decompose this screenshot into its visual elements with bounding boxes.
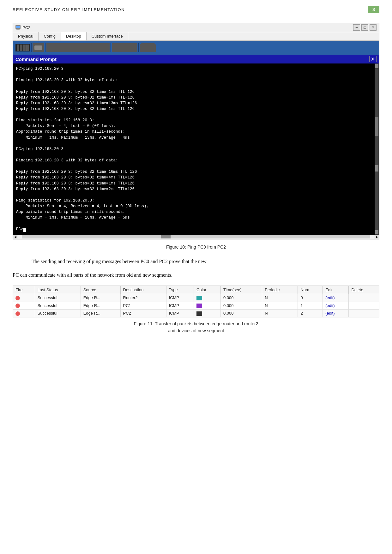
cmd-close-button[interactable]: X [369,56,377,62]
cmd-line: Approximate round trip times in milli-se… [16,129,376,135]
cell-num: 1 [298,302,323,310]
col-fire: Fire [13,286,35,294]
cell-periodic: N [262,310,298,317]
cmd-line: Reply from 192.168.20.3: bytes=32 time=1… [16,169,376,175]
cmd-line: Reply from 192.168.20.3: bytes=32 time=1… [16,95,376,100]
scroll-thumb [161,235,171,238]
body-paragraph-1: The sending and receiving of ping messag… [13,257,379,266]
cmd-line [16,83,376,89]
col-time: Time(sec) [221,286,262,294]
cmd-line: Reply from 192.168.20.3: bytes=32 time=1… [16,89,376,95]
figure11-caption-line2: and devices of new segment [13,328,379,333]
cell-last-status: Successful [35,294,81,302]
cmd-line: Packets: Sent = 4, Received = 4, Lost = … [16,203,376,209]
color-swatch [196,304,202,308]
cmd-line: Reply from 192.168.20.3: bytes=32 time=2… [16,186,376,192]
cmd-output: PC>ping 192.168.20.3 Pinging 192.168.20.… [16,66,376,232]
simulation-table: Fire Last Status Source Destination Type… [13,286,379,317]
cmd-line: PC>ping 192.168.20.3 [16,66,376,72]
cmd-line [16,152,376,158]
cell-delete [349,294,379,302]
tab-desktop[interactable]: Desktop [61,32,87,40]
cmd-line [16,141,376,146]
cmd-prompt-input: PC> [16,226,376,232]
figure10-caption: Figure 10: Ping PC0 from PC2 [13,244,379,250]
cell-periodic: N [262,294,298,302]
col-type: Type [166,286,194,294]
cell-destination: Router2 [120,294,166,302]
cell-last-status: Successful [35,310,81,317]
content-area: PC2 – □ × Physical Config Desktop Custom… [0,16,392,350]
table-row: Successful Edge R... PC2 ICMP 0.000 N 2 … [13,310,379,317]
figure11-caption-line1: Figure 11: Transfer of packets between e… [13,321,379,326]
cell-num: 2 [298,310,323,317]
cell-edit[interactable]: (edit) [323,302,349,310]
cell-color [194,294,221,302]
color-swatch [196,296,202,300]
cell-type: ICMP [166,310,194,317]
cmd-line: Reply from 192.168.20.3: bytes=32 time=1… [16,106,376,112]
cell-fire [13,294,35,302]
pc2-tabs: Physical Config Desktop Custom Interface [13,32,379,41]
window-controls: – □ × [353,24,377,31]
cell-color [194,302,221,310]
col-periodic: Periodic [262,286,298,294]
cell-num: 0 [298,294,323,302]
status-dot [15,296,20,300]
table-row: Successful Edge R... Router2 ICMP 0.000 … [13,294,379,302]
page-header: REFLECTIVE STUDY ON ERP IMPLEMENTATION 8 [0,0,392,16]
cell-source: Edge R... [81,302,120,310]
restore-button[interactable]: □ [361,24,368,31]
cmd-line: Approximate round trip times in milli-se… [16,209,376,215]
color-swatch [196,311,202,316]
cmd-line [16,72,376,77]
cell-delete [349,302,379,310]
cmd-prompt-title: Command Prompt [15,57,57,62]
cmd-line: Reply from 192.168.20.3: bytes=32 time=1… [16,181,376,186]
cmd-line [16,220,376,226]
col-color: Color [194,286,221,294]
cmd-line: Ping statistics for 192.168.20.3: [16,117,376,123]
col-num: Num [298,286,323,294]
pc2-toolbar [13,41,379,55]
pc2-bottom-scrollbar[interactable]: ◀ ▶ [13,235,379,239]
cmd-line: PC>ping 192.168.20.3 [16,146,376,152]
scroll-right-arrow[interactable]: ▶ [375,235,379,239]
cmd-line: Minimum = 1ms, Maximum = 16ms, Average =… [16,215,376,220]
body-paragraph-2: PC can communicate with all parts of the… [13,271,379,279]
cell-edit[interactable]: (edit) [323,294,349,302]
tab-config[interactable]: Config [39,32,61,40]
cell-type: ICMP [166,302,194,310]
tab-physical[interactable]: Physical [13,32,39,40]
cmd-line: Pinging 192.168.20.3 with 32 bytes of da… [16,77,376,83]
cmd-line: Packets: Sent = 4, Lost = 0 (0% loss), [16,123,376,129]
svg-rect-1 [16,26,20,28]
cmd-line: Pinging 192.168.20.3 with 32 bytes of da… [16,158,376,163]
table-header-row: Fire Last Status Source Destination Type… [13,286,379,294]
cmd-line [16,163,376,169]
scroll-left-arrow[interactable]: ◀ [13,235,17,239]
cell-color [194,310,221,317]
page-title: REFLECTIVE STUDY ON ERP IMPLEMENTATION [13,7,125,12]
cell-destination: PC1 [120,302,166,310]
pc2-window-title: PC2 [22,25,30,30]
cmd-line: Reply from 192.168.20.3: bytes=32 time=4… [16,175,376,180]
col-delete: Delete [349,286,379,294]
tab-custom-interface[interactable]: Custom Interface [87,32,128,40]
cell-edit[interactable]: (edit) [323,310,349,317]
page-number: 8 [368,6,379,13]
cell-time: 0.000 [221,302,262,310]
cmd-line: Minimum = 1ms, Maximum = 13ms, Average =… [16,135,376,141]
minimize-button[interactable]: – [353,24,360,31]
cmd-scrollbar[interactable] [375,63,379,235]
cmd-line [16,112,376,117]
scroll-track [22,235,370,238]
simulation-table-wrapper: Fire Last Status Source Destination Type… [13,286,379,317]
status-dot [15,311,20,316]
cmd-line [16,192,376,198]
status-dot [15,304,20,308]
close-button[interactable]: × [370,24,377,31]
cell-type: ICMP [166,294,194,302]
svg-rect-3 [16,29,20,30]
cell-delete [349,310,379,317]
